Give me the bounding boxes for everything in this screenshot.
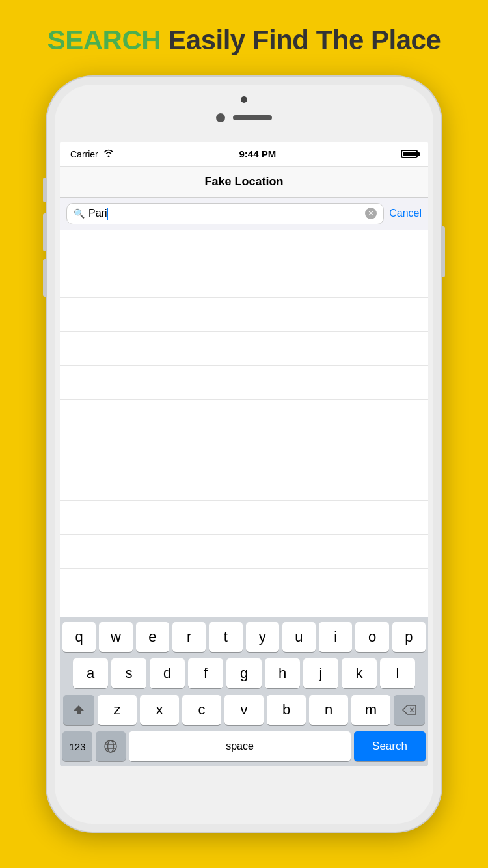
key-s[interactable]: s [111,658,146,688]
key-m[interactable]: m [351,695,390,725]
phone-screen: Carrier 9:44 PM Fa [60,142,428,766]
header-rest-text: Easily Find The Place [168,25,441,55]
result-row-10[interactable] [60,535,428,569]
key-y[interactable]: y [246,622,279,652]
key-r[interactable]: r [172,622,206,652]
side-btn-vol-down [43,259,47,297]
key-space[interactable]: space [129,731,351,761]
svg-point-0 [105,740,116,752]
key-f[interactable]: f [188,658,223,688]
side-btn-mute [43,178,47,202]
screen-content: Carrier 9:44 PM Fa [60,142,428,766]
clear-button[interactable]: ✕ [365,208,377,219]
speaker-grille [233,115,272,120]
key-o[interactable]: o [355,622,388,652]
status-time: 9:44 PM [239,148,277,159]
key-c[interactable]: c [182,695,221,725]
cancel-button[interactable]: Cancel [389,205,422,222]
key-x[interactable]: x [140,695,179,725]
key-z[interactable]: z [98,695,137,725]
page-header: SEARCH Easily Find The Place [0,25,488,56]
key-d[interactable]: d [150,658,185,688]
key-w[interactable]: w [99,622,132,652]
key-h[interactable]: h [265,658,300,688]
result-row-8[interactable] [60,467,428,501]
key-a[interactable]: a [73,658,108,688]
key-v[interactable]: v [224,695,264,725]
key-k[interactable]: k [342,658,377,688]
search-text-value: Pari [88,208,107,219]
keyboard-row-3: z x c v b n m [62,695,426,725]
key-p[interactable]: p [392,622,426,652]
result-row-4[interactable] [60,332,428,366]
key-123[interactable]: 123 [62,731,92,761]
key-q[interactable]: q [62,622,96,652]
key-j[interactable]: j [303,658,338,688]
key-b[interactable]: b [267,695,306,725]
key-globe[interactable] [96,731,126,761]
nav-title: Fake Location [204,175,283,189]
search-word: SEARCH [47,25,161,55]
search-bar-container: 🔍 Pari ✕ Cancel [60,198,428,230]
key-e[interactable]: e [136,622,169,652]
result-row-9[interactable] [60,501,428,535]
key-l[interactable]: l [380,658,415,688]
svg-point-1 [108,740,114,752]
result-row-6[interactable] [60,400,428,433]
shift-key[interactable] [63,695,94,725]
search-input-wrapper[interactable]: 🔍 Pari ✕ [66,203,384,224]
search-input-display[interactable]: Pari [88,208,361,220]
key-g[interactable]: g [226,658,262,688]
status-bar: Carrier 9:44 PM [60,142,428,167]
keyboard-row-2: a s d f g h j k l [62,658,426,688]
battery-fill [403,152,416,156]
carrier-info: Carrier [70,148,115,159]
search-button[interactable]: Search [354,731,426,761]
results-area [60,230,428,617]
carrier-label: Carrier [70,149,98,159]
battery-container [401,150,418,158]
key-t[interactable]: t [209,622,242,652]
result-row-1[interactable] [60,230,428,264]
result-row-2[interactable] [60,264,428,298]
keyboard: q w e r t y u i o p a s d f g [60,617,428,766]
side-btn-vol-up [43,213,47,251]
search-icon: 🔍 [74,208,85,219]
nav-bar: Fake Location [60,167,428,198]
result-row-3[interactable] [60,298,428,332]
key-i[interactable]: i [319,622,352,652]
keyboard-bottom-row: 123 space Search [62,731,426,761]
front-camera [216,113,225,122]
text-cursor [107,208,108,220]
wifi-icon [103,148,115,159]
delete-key[interactable] [394,695,425,725]
phone-notch [216,113,272,122]
key-u[interactable]: u [282,622,316,652]
key-n[interactable]: n [309,695,348,725]
side-btn-power [441,226,445,277]
keyboard-row-1: q w e r t y u i o p [62,622,426,652]
phone-frame: Carrier 9:44 PM Fa [47,77,441,832]
front-camera-dot [241,96,247,103]
result-row-7[interactable] [60,433,428,467]
result-row-5[interactable] [60,366,428,400]
